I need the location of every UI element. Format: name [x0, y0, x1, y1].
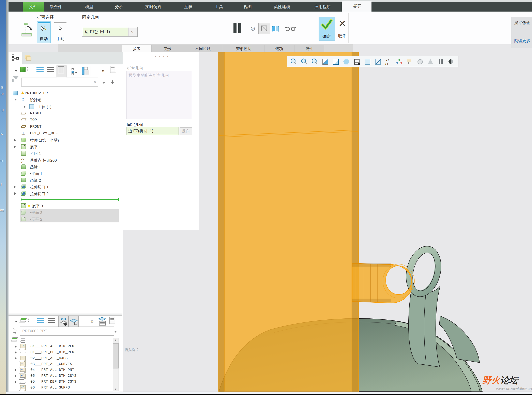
- layers-collapse-all-icon[interactable]: [48, 318, 55, 323]
- glasses-verify-icon[interactable]: [285, 26, 296, 33]
- menu-file[interactable]: 文件: [23, 2, 44, 11]
- collapse-all-icon[interactable]: [47, 67, 54, 72]
- tree-item-top-plane[interactable]: TOP: [9, 117, 122, 124]
- tab-distinct-areas[interactable]: 不同区域: [183, 45, 223, 52]
- display-style-icon[interactable]: [332, 58, 339, 65]
- show-menu-icon[interactable]: [15, 69, 18, 72]
- add-filter-icon[interactable]: +: [111, 79, 115, 85]
- tree-item-extrude-1[interactable]: 拉伸 1(第一个壁): [9, 137, 122, 144]
- tree-filter-icon[interactable]: [71, 68, 78, 76]
- expand-all-icon[interactable]: [37, 67, 44, 72]
- menu-applications[interactable]: 应用程序: [307, 2, 338, 11]
- layer-row[interactable]: 04___PRT_ALL_DTM_PNT: [9, 367, 113, 373]
- flip-button[interactable]: 反向: [180, 127, 192, 135]
- panel-splitter[interactable]: [9, 313, 122, 316]
- layer-row[interactable]: 03___PRT_ALL_CURVES: [9, 361, 113, 367]
- expand-icon[interactable]: [24, 105, 26, 108]
- tree-item-right-plane[interactable]: RIGHT: [9, 110, 122, 117]
- wireframe-preview-button[interactable]: [258, 23, 270, 34]
- pause-feature-button[interactable]: [233, 23, 248, 33]
- layer-row[interactable]: 01___PRT_DEF_DTM_PLN: [9, 350, 113, 356]
- expand-icon[interactable]: [14, 192, 16, 195]
- layers-scrollbar[interactable]: ▲ ▼: [113, 338, 119, 391]
- tree-item-plane-1[interactable]: ▪平面 1: [9, 170, 122, 177]
- tree-item-plane-2[interactable]: ▪平面 2: [9, 209, 122, 216]
- ok-button[interactable]: 确定: [319, 17, 335, 40]
- fixed-geometry-field[interactable]: 边:F7(折回_1): [126, 127, 179, 135]
- swap-reference-icon[interactable]: ↔: [128, 27, 137, 36]
- expand-icon[interactable]: [15, 357, 17, 360]
- settings-cube-icon[interactable]: [20, 67, 26, 72]
- no-preview-icon[interactable]: ⊘: [250, 25, 255, 32]
- tree-item-foldback-1[interactable]: 折回 1: [9, 150, 122, 157]
- bend-geometry-collector[interactable]: 模型中的所有折弯几何: [126, 71, 192, 119]
- clear-filter-icon[interactable]: ✕: [93, 79, 97, 84]
- layer-visibility-toggle[interactable]: [58, 316, 68, 327]
- tree-item-front-plane[interactable]: FRONT: [9, 124, 122, 130]
- expand-icon[interactable]: [15, 351, 17, 354]
- expand-icon[interactable]: [15, 374, 17, 377]
- tree-item-part[interactable]: PRT0002.PRT: [9, 90, 122, 97]
- layer-model-combo[interactable]: PRT0002.PRT: [20, 327, 114, 336]
- tree-item-body[interactable]: 主体 (1): [9, 104, 122, 110]
- perspective-icon[interactable]: [427, 58, 434, 65]
- layers-overflow-chevrons[interactable]: »: [91, 318, 94, 324]
- combo-dropdown-icon[interactable]: [114, 330, 117, 333]
- exit-flatten-icon[interactable]: [447, 58, 454, 65]
- flatten-preview-lug[interactable]: [352, 263, 412, 303]
- menu-flex-modeling[interactable]: 柔性建模: [266, 2, 298, 11]
- layer-row[interactable]: 06___PRT_ALL_SURFS: [9, 385, 113, 391]
- tree-item-flange-2[interactable]: 凸缘 2: [9, 177, 122, 184]
- menu-sheetmetal[interactable]: 钣金件: [43, 2, 69, 11]
- layers-settings-doc-icon[interactable]: [110, 317, 115, 324]
- layer-row[interactable]: 01___PRT_ALL_DTM_PLN: [9, 344, 113, 350]
- zoom-fit-icon[interactable]: [290, 58, 297, 65]
- read-more-link[interactable]: 阅读更多: [514, 38, 532, 44]
- handle-stem[interactable]: [409, 286, 440, 367]
- menu-analysis[interactable]: 分析: [109, 2, 129, 11]
- overflow-chevrons[interactable]: »: [102, 68, 105, 74]
- tree-item-datum-points[interactable]: ✕✕✕ 基准点 标识200: [9, 157, 122, 164]
- datum-display-icon[interactable]: ✕//⊥: [385, 58, 392, 65]
- tree-item-flatten-2[interactable]: ▪展平 2: [9, 216, 122, 223]
- tree-item-extrude-cut-1[interactable]: 拉伸切口 1: [9, 184, 122, 190]
- saved-orientations-icon[interactable]: [343, 58, 350, 65]
- layer-list-icon[interactable]: [98, 316, 107, 327]
- layer-isolate-toggle[interactable]: [68, 316, 79, 327]
- scroll-down-icon[interactable]: ▼: [114, 388, 117, 391]
- panel-drag-handle[interactable]: · · · ·: [155, 55, 169, 58]
- display-combined-icon[interactable]: [364, 58, 371, 65]
- pause-display-icon[interactable]: [437, 58, 445, 65]
- tree-filter-input[interactable]: [21, 77, 98, 87]
- tree-item-flange-1[interactable]: 凸缘 1: [9, 164, 122, 170]
- zoom-in-icon[interactable]: +: [300, 58, 308, 65]
- menu-view[interactable]: 视图: [238, 2, 258, 11]
- axes-display-icon[interactable]: [395, 58, 403, 65]
- tab-deformation-control[interactable]: 变形控制: [223, 45, 264, 52]
- menu-tools[interactable]: 工具: [209, 2, 229, 11]
- tree-columns-toggle[interactable]: [56, 65, 66, 77]
- fixed-geometry-collector[interactable]: 边:F7(折回_1) ↔: [82, 27, 138, 37]
- layers-show-menu-icon[interactable]: [15, 320, 18, 323]
- layer-row[interactable]: 05___PRT_DEF_DTM_CSYS: [9, 379, 113, 385]
- expand-icon[interactable]: [14, 99, 17, 100]
- tab-deformation[interactable]: 变形: [152, 45, 183, 52]
- feature-preview-icon[interactable]: [272, 25, 279, 33]
- repaint-icon[interactable]: [321, 58, 329, 65]
- tab-properties[interactable]: 属性: [294, 45, 324, 52]
- tree-column-settings-icon[interactable]: [82, 67, 89, 76]
- tree-item-csys[interactable]: ⊥ PRT_CSYS_DEF: [9, 130, 122, 137]
- tab-options[interactable]: 选项: [264, 45, 294, 52]
- more-options-icon[interactable]: [27, 67, 28, 72]
- layer-row[interactable]: 02___PRT_ALL_AXES: [9, 356, 113, 361]
- manual-bend-button[interactable]: 手动: [54, 22, 67, 43]
- filter-dropdown-icon[interactable]: [102, 81, 105, 85]
- tab-flatten-active[interactable]: 展平: [342, 1, 371, 11]
- folder-browser-tab[interactable]: [24, 54, 33, 64]
- zoom-out-icon[interactable]: −: [311, 58, 318, 65]
- scroll-up-icon[interactable]: ▲: [114, 339, 117, 341]
- scrollbar-thumb[interactable]: [113, 343, 119, 368]
- menu-model[interactable]: 模型: [79, 2, 99, 11]
- menu-annotate[interactable]: 注释: [178, 2, 198, 11]
- cancel-button[interactable]: ✕ 取消: [336, 17, 349, 40]
